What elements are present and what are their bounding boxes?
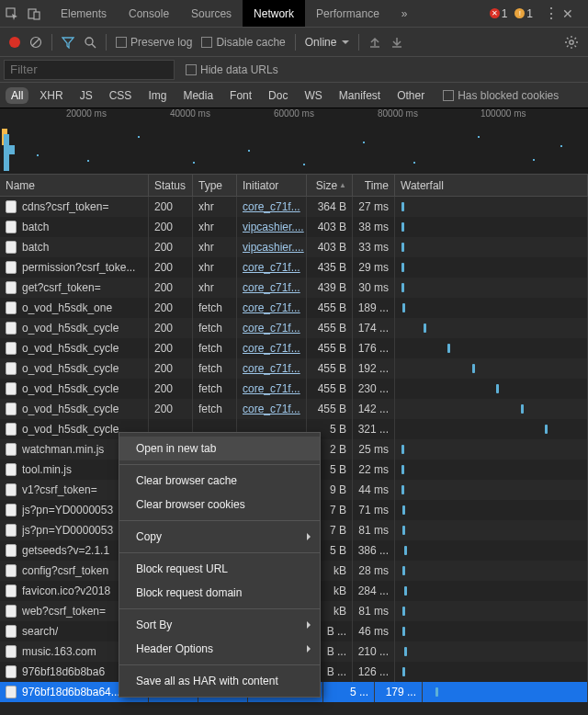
tab-console[interactable]: Console [118, 0, 180, 27]
table-row[interactable]: batch200xhrvipcashier....403 B38 ms [0, 217, 588, 237]
file-icon [6, 322, 17, 335]
filter-tags: AllXHRJSCSSImgMediaFontDocWSManifestOthe… [0, 83, 588, 108]
tab-performance[interactable]: Performance [305, 0, 390, 27]
col-name[interactable]: Name [0, 175, 149, 196]
initiator-link[interactable]: core_c71f... [243, 362, 300, 375]
blocked-cookies-checkbox[interactable]: Has blocked cookies [443, 89, 559, 102]
table-row[interactable]: cdns?csrf_token=200xhrcore_c71f...364 B2… [0, 197, 588, 217]
initiator-link[interactable]: core_c71f... [243, 322, 300, 335]
svg-rect-2 [34, 12, 40, 19]
file-icon [6, 504, 17, 516]
col-initiator[interactable]: Initiator [237, 175, 307, 196]
filter-tag-css[interactable]: CSS [104, 87, 138, 104]
table-row[interactable]: get?csrf_token=200xhrcore_c71f...439 B30… [0, 278, 588, 298]
waterfall-bar [401, 202, 404, 211]
file-icon [6, 584, 17, 597]
waterfall-bar [401, 243, 404, 252]
waterfall-bar [447, 344, 450, 353]
filter-tag-ws[interactable]: WS [299, 87, 327, 104]
table-row[interactable]: o_vod_h5sdk_cycle200fetchcore_c71f...455… [0, 338, 588, 358]
filter-tag-all[interactable]: All [6, 87, 28, 104]
initiator-link[interactable]: core_c71f... [243, 342, 300, 355]
tab-sources[interactable]: Sources [180, 0, 243, 27]
inspect-icon[interactable] [6, 7, 18, 20]
table-row[interactable]: o_vod_h5sdk_cycle200fetchcore_c71f...455… [0, 379, 588, 399]
file-icon [6, 342, 17, 355]
col-size[interactable]: Size▲ [307, 175, 353, 196]
menu-item[interactable]: Copy [119, 525, 320, 549]
throttling-select[interactable]: Online [305, 36, 350, 49]
menu-item[interactable]: Save all as HAR with content [119, 669, 320, 693]
table-row[interactable]: o_vod_h5sdk_cycle200fetchcore_c71f...455… [0, 358, 588, 379]
menu-item[interactable]: Sort By [119, 613, 320, 637]
kebab-menu-icon[interactable]: ⋮ [544, 5, 559, 22]
table-row[interactable]: batch200xhrvipcashier....403 B33 ms [0, 237, 588, 257]
initiator-link[interactable]: core_c71f... [243, 261, 300, 274]
waterfall-bar [435, 687, 438, 697]
initiator-link[interactable]: core_c71f... [243, 281, 300, 294]
filter-tag-doc[interactable]: Doc [263, 87, 293, 104]
col-status[interactable]: Status [149, 175, 193, 196]
col-waterfall[interactable]: Waterfall [395, 175, 588, 196]
filter-tag-js[interactable]: JS [74, 87, 98, 104]
timeline-overview[interactable]: 20000 ms40000 ms60000 ms80000 ms100000 m… [0, 108, 588, 175]
initiator-link[interactable]: vipcashier.... [243, 241, 304, 254]
waterfall-bar [401, 263, 404, 272]
filter-bar: Hide data URLs [0, 57, 588, 83]
filter-tag-other[interactable]: Other [391, 87, 430, 104]
search-icon[interactable] [84, 36, 96, 49]
preserve-log-checkbox[interactable]: Preserve log [116, 36, 192, 49]
close-icon[interactable]: ✕ [562, 6, 573, 21]
table-row[interactable]: o_vod_h5sdk_one200fetchcore_c71f...455 B… [0, 298, 588, 318]
hide-data-urls-checkbox[interactable]: Hide data URLs [186, 63, 278, 76]
filter-tag-img[interactable]: Img [142, 87, 172, 104]
svg-line-4 [32, 39, 40, 46]
warning-badge[interactable]: !1 [514, 7, 533, 20]
file-icon [6, 362, 17, 375]
file-icon [6, 301, 17, 314]
filter-tag-xhr[interactable]: XHR [34, 87, 68, 104]
timeline-tick: 100000 ms [481, 108, 526, 119]
menu-item[interactable]: Block request URL [119, 557, 320, 581]
menu-item[interactable]: Block request domain [119, 581, 320, 605]
tab-elements[interactable]: Elements [50, 0, 118, 27]
table-row[interactable]: o_vod_h5sdk_cycle200fetchcore_c71f...455… [0, 399, 588, 419]
initiator-link[interactable]: core_c71f... [243, 200, 300, 213]
waterfall-bar [401, 485, 404, 494]
initiator-link[interactable]: vipcashier.... [243, 221, 304, 233]
timeline-tick: 20000 ms [66, 108, 107, 119]
col-time[interactable]: Time [353, 175, 395, 196]
menu-item[interactable]: Open in new tab [119, 437, 320, 460]
svg-point-7 [570, 40, 573, 43]
disable-cache-checkbox[interactable]: Disable cache [201, 36, 285, 49]
filter-tag-media[interactable]: Media [177, 87, 219, 104]
filter-icon[interactable] [62, 36, 74, 49]
clear-icon[interactable] [29, 36, 42, 49]
waterfall-bar [401, 465, 404, 474]
error-badge[interactable]: ✕1 [490, 7, 508, 20]
table-row[interactable]: o_vod_h5sdk_cycle200fetchcore_c71f...455… [0, 318, 588, 338]
upload-icon[interactable] [368, 36, 381, 49]
settings-icon[interactable] [564, 35, 579, 50]
download-icon[interactable] [390, 36, 403, 49]
menu-item[interactable]: Clear browser cookies [119, 493, 320, 516]
filter-tag-font[interactable]: Font [224, 87, 257, 104]
initiator-link[interactable]: core_c71f... [243, 301, 300, 314]
initiator-link[interactable]: core_c71f... [243, 382, 300, 395]
more-tabs[interactable]: » [390, 7, 419, 20]
svg-point-5 [85, 38, 93, 45]
timeline-tick: 60000 ms [274, 108, 314, 119]
filter-tag-manifest[interactable]: Manifest [334, 87, 386, 104]
menu-item[interactable]: Clear browser cache [119, 469, 320, 493]
file-icon [6, 443, 17, 456]
file-icon [6, 544, 17, 557]
table-row[interactable]: permission?csrf_toke...200xhrcore_c71f..… [0, 257, 588, 278]
col-type[interactable]: Type [193, 175, 237, 196]
waterfall-bar [521, 404, 524, 414]
device-icon[interactable] [28, 7, 40, 20]
tab-network[interactable]: Network [243, 0, 305, 27]
filter-input[interactable] [4, 60, 175, 80]
record-icon[interactable] [9, 37, 20, 48]
menu-item[interactable]: Header Options [119, 637, 320, 661]
initiator-link[interactable]: core_c71f... [243, 403, 300, 415]
